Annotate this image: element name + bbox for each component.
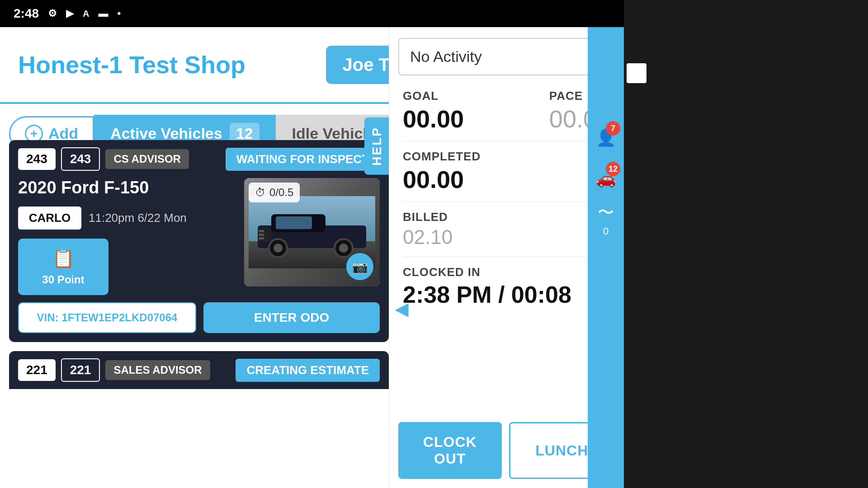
goal-label: GOAL	[403, 89, 464, 103]
status-bar-left: 2:48 ⚙ ▶ A ▬ •	[14, 6, 121, 21]
tech-name: CARLO	[18, 206, 81, 230]
completed-stat: COMPLETED 00.00	[403, 150, 610, 193]
billed-stat: BILLED 02.10	[403, 210, 610, 249]
card-left: 2020 Ford F-150 CARLO 11:20pm 6/22 Mon 📋…	[18, 178, 235, 295]
vehicle-card-1: 243 243 CS ADVISOR WAITING FOR INSPECT 2…	[9, 140, 389, 342]
ticket-badge-filled: 243	[18, 148, 56, 170]
card-1-footer: VIN: 1FTEW1EP2LKD07064 ENTER ODO	[9, 302, 389, 342]
goal-stat: GOAL 00.00	[403, 89, 464, 133]
completed-value: 00.00	[403, 165, 610, 193]
help-label: HELP	[370, 127, 384, 166]
clock-out-button[interactable]: CLOCK OUT	[398, 422, 502, 479]
nav-item-car[interactable]: 🚗 12	[588, 158, 624, 199]
inspection-button[interactable]: 📋 30 Point	[18, 239, 108, 295]
stat-divider-3	[403, 257, 610, 257]
billed-value: 02.10	[403, 226, 610, 249]
svg-point-6	[274, 244, 283, 253]
activity-dropdown[interactable]: No Activity ▼	[398, 38, 615, 75]
play-status-icon: ▶	[66, 8, 74, 19]
vin-button[interactable]: VIN: 1FTEW1EP2LKD07064	[18, 302, 196, 333]
right-background	[624, 0, 868, 488]
time-info: 11:20pm 6/22 Mon	[89, 211, 187, 225]
ticket-badge-2-filled: 221	[18, 359, 56, 381]
odo-label: ENTER ODO	[254, 310, 329, 324]
svg-point-8	[339, 244, 348, 253]
status-badge-waiting: WAITING FOR INSPECT	[226, 148, 380, 171]
stat-divider-1	[403, 141, 610, 141]
svg-rect-12	[259, 237, 264, 239]
timer-value: 0/0.5	[269, 186, 293, 199]
dot-status-icon: •	[118, 8, 121, 19]
clock-out-label: CLOCK OUT	[423, 434, 477, 467]
card-status-icon: ▬	[99, 8, 108, 19]
help-button[interactable]: HELP	[364, 117, 389, 175]
camera-button[interactable]: 📷	[346, 253, 373, 280]
tech-time-row: CARLO 11:20pm 6/22 Mon	[18, 206, 235, 230]
app-container: Honest-1 Test Shop Joe Tech ▼ 🏠 ⚙️ + Add…	[0, 27, 624, 488]
white-square-indicator	[627, 63, 646, 83]
advisor-badge: CS ADVISOR	[105, 149, 189, 169]
vehicle-image-container: ⏱ 0/0.5 📷	[244, 178, 380, 286]
camera-icon: 📷	[352, 259, 368, 274]
advisor-badge-2: SALES ADVISOR	[105, 360, 210, 380]
vin-label: VIN: 1FTEW1EP2LKD07064	[37, 311, 178, 324]
main-content: 243 243 CS ADVISOR WAITING FOR INSPECT 2…	[0, 136, 398, 488]
timer-badge: ⏱ 0/0.5	[249, 183, 300, 202]
goal-value: 00.00	[403, 105, 464, 133]
settings-status-icon: ⚙	[48, 8, 57, 19]
card-1-header: 243 243 CS ADVISOR WAITING FOR INSPECT	[9, 140, 389, 171]
status-time: 2:48	[14, 6, 39, 21]
nav-item-activity[interactable]: 〜 0	[588, 199, 624, 239]
completed-label: COMPLETED	[403, 150, 610, 164]
vehicle-card-2: 221 221 SALES ADVISOR CREATING ESTIMATE	[9, 351, 389, 389]
clock-icon: ⏱	[255, 186, 266, 199]
card-right: ⏱ 0/0.5 📷	[244, 178, 380, 286]
svg-rect-11	[259, 234, 264, 236]
car-nav-badge: 12	[606, 162, 620, 176]
a-status-icon: A	[83, 9, 89, 19]
person-nav-badge: 7	[606, 121, 620, 136]
nav-item-person[interactable]: 👤 7	[588, 117, 624, 158]
inspection-label: 30 Point	[42, 273, 84, 286]
inspection-icon: 📋	[52, 248, 75, 269]
odo-button[interactable]: ENTER ODO	[203, 302, 380, 333]
stat-divider-2	[403, 202, 610, 202]
status-badge-2: CREATING ESTIMATE	[236, 359, 380, 382]
activity-nav-icon: 〜	[598, 202, 614, 224]
clocked-in-stat: CLOCKED IN 2:38 PM / 00:08	[403, 265, 610, 308]
card-2-header: 221 221 SALES ADVISOR CREATING ESTIMATE	[9, 351, 389, 389]
lunch-label: LUNCH	[535, 442, 588, 459]
clocked-in-label: CLOCKED IN	[403, 265, 610, 279]
clocked-in-value: 2:38 PM / 00:08	[403, 281, 610, 308]
vehicle-name: 2020 Ford F-150	[18, 178, 235, 197]
ticket-badge-outline: 243	[61, 147, 100, 171]
card-1-body: 2020 Ford F-150 CARLO 11:20pm 6/22 Mon 📋…	[9, 171, 389, 302]
shop-title: Honest-1 Test Shop	[18, 51, 245, 79]
svg-rect-4	[276, 216, 312, 229]
left-arrow-button[interactable]: ◀	[395, 298, 409, 319]
goal-pace-row: GOAL 00.00 PACE 00.00	[403, 89, 610, 133]
svg-rect-10	[259, 230, 264, 232]
ticket-badge-2-outline: 221	[61, 358, 100, 382]
side-nav: 👤 7 🚗 12 〜 0	[588, 27, 624, 488]
activity-nav-count: 0	[603, 225, 609, 237]
billed-label: BILLED	[403, 210, 610, 224]
activity-label: No Activity	[410, 48, 482, 66]
